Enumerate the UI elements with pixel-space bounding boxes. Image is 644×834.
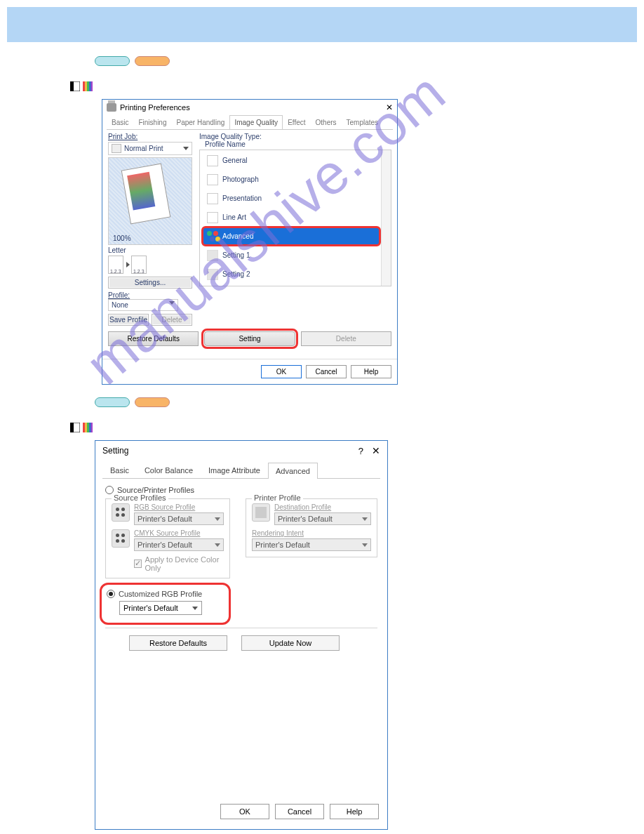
cancel-button[interactable]: Cancel [275, 804, 324, 819]
setting2-icon [207, 269, 218, 280]
tab-effect[interactable]: Effect [283, 115, 310, 129]
color-icon [83, 81, 93, 91]
dialog2-title: Setting [102, 446, 128, 456]
tab-basic[interactable]: Basic [107, 115, 133, 129]
radio-icon [107, 590, 115, 598]
help-button[interactable]: Help [351, 365, 391, 378]
model-icons-2 [70, 421, 644, 433]
scrollbar[interactable] [381, 150, 391, 286]
svg-rect-12 [89, 423, 91, 432]
profile-select[interactable]: None [108, 299, 178, 311]
customized-rgb-label: Customized RGB Profile [119, 590, 202, 598]
sheet-in-icon [108, 256, 123, 274]
svg-rect-6 [91, 81, 93, 91]
sheet-out-icon [131, 256, 147, 274]
svg-rect-9 [83, 423, 85, 432]
bw-icon [70, 81, 80, 91]
close-icon[interactable]: ✕ [372, 445, 380, 456]
profile-list: General Photograph Presentation Line Art… [199, 150, 391, 286]
apply-device-label: Apply to Device Color Only [145, 555, 224, 572]
cancel-button[interactable]: Cancel [306, 365, 347, 378]
help-icon[interactable]: ? [358, 446, 363, 456]
badge-blue [95, 397, 130, 407]
rgb-source-label: RGB Source Profile [134, 503, 224, 511]
photograph-icon [207, 174, 218, 185]
divider [105, 628, 377, 628]
settings-button[interactable]: Settings... [108, 277, 192, 289]
close-icon[interactable]: ✕ [386, 102, 393, 112]
bw-icon [70, 423, 80, 432]
badge-orange [135, 56, 170, 66]
profile-item-setting2[interactable]: Setting 2 [203, 265, 380, 283]
source-profiles-legend: Source Profiles [112, 494, 168, 502]
setting-dialog: Setting ? ✕ Basic Color Balance Image At… [95, 440, 388, 830]
setting-button[interactable]: Setting [204, 331, 295, 346]
paper-size-label: Letter [108, 246, 192, 254]
svg-rect-11 [87, 423, 89, 432]
tab-advanced[interactable]: Advanced [268, 463, 318, 479]
customized-rgb-radio-row[interactable]: Customized RGB Profile [107, 590, 222, 598]
print-preview: 100% [108, 157, 192, 245]
tab-basic[interactable]: Basic [102, 462, 137, 478]
ok-button[interactable]: OK [261, 365, 302, 378]
profile-item-photograph[interactable]: Photograph [203, 171, 380, 188]
dialog1-title: Printing Preferences [120, 103, 190, 112]
dialog1-tabs: Basic Finishing Paper Handling Image Qua… [107, 115, 393, 130]
checkbox-icon [134, 560, 142, 568]
advanced-icon [207, 231, 218, 242]
select-value: Printer's Default [123, 604, 178, 612]
presentation-icon [207, 193, 218, 204]
ok-button[interactable]: OK [220, 804, 269, 819]
save-profile-button[interactable]: Save Profile [108, 314, 149, 326]
profile-item-presentation[interactable]: Presentation [203, 190, 380, 207]
tab-others[interactable]: Others [311, 115, 342, 129]
profile-value: None [112, 301, 128, 309]
restore-defaults-button[interactable]: Restore Defaults [129, 635, 227, 651]
setting1-icon [207, 250, 218, 261]
profile-item-line-art[interactable]: Line Art [203, 208, 380, 226]
svg-rect-4 [87, 81, 89, 91]
customized-rgb-select[interactable]: Printer's Default [119, 601, 202, 615]
tab-paper-handling[interactable]: Paper Handling [171, 115, 229, 129]
tab-color-balance[interactable]: Color Balance [137, 462, 201, 478]
select-value: Printer's Default [278, 515, 333, 523]
select-value: Printer's Default [137, 541, 192, 549]
profile-item-advanced[interactable]: Advanced [203, 227, 380, 245]
destination-select: Printer's Default [274, 512, 371, 525]
arrow-icon [126, 262, 130, 267]
tab-templates[interactable]: Templates [342, 115, 384, 129]
line-art-icon [207, 212, 218, 223]
dialog2-tabs: Basic Color Balance Image Attribute Adva… [102, 462, 380, 479]
profile-item-general[interactable]: General [203, 152, 380, 169]
profile-item-label: Setting 2 [222, 270, 250, 278]
dialog2-titlebar: Setting ? ✕ [95, 441, 387, 461]
printing-preferences-dialog: Printing Preferences ✕ Basic Finishing P… [102, 99, 398, 385]
printer-icon [107, 103, 116, 112]
tab-image-attribute[interactable]: Image Attribute [201, 462, 268, 478]
profile-item-label: Line Art [222, 213, 246, 221]
profile-item-label: Photograph [222, 176, 259, 183]
printer-profile-legend: Printer Profile [252, 494, 303, 502]
delete-button: Delete [301, 331, 391, 346]
print-job-select[interactable]: Normal Print [108, 142, 192, 155]
general-icon [207, 155, 218, 166]
help-button[interactable]: Help [330, 804, 379, 819]
svg-rect-8 [70, 423, 74, 432]
update-now-button[interactable]: Update Now [241, 635, 340, 651]
svg-rect-10 [85, 423, 87, 432]
profile-item-setting1[interactable]: Setting 1 [203, 246, 380, 264]
select-value: Printer's Default [137, 515, 192, 523]
profile-item-label: General [222, 157, 248, 164]
color-icon [83, 423, 93, 432]
step-badges-1 [95, 56, 644, 69]
profile-item-label: Presentation [222, 194, 262, 202]
customized-rgb-highlight: Customized RGB Profile Printer's Default [104, 587, 227, 621]
source-profiles-fieldset: Source Profiles RGB Source Profile Print… [105, 498, 230, 578]
svg-rect-1 [70, 81, 74, 91]
svg-rect-2 [83, 81, 85, 91]
tab-image-quality[interactable]: Image Quality [229, 115, 283, 129]
tab-finishing[interactable]: Finishing [133, 115, 171, 129]
restore-defaults-button[interactable]: Restore Defaults [108, 331, 199, 346]
destination-printer-icon [252, 503, 270, 522]
print-job-label: Print Job: [108, 133, 192, 140]
